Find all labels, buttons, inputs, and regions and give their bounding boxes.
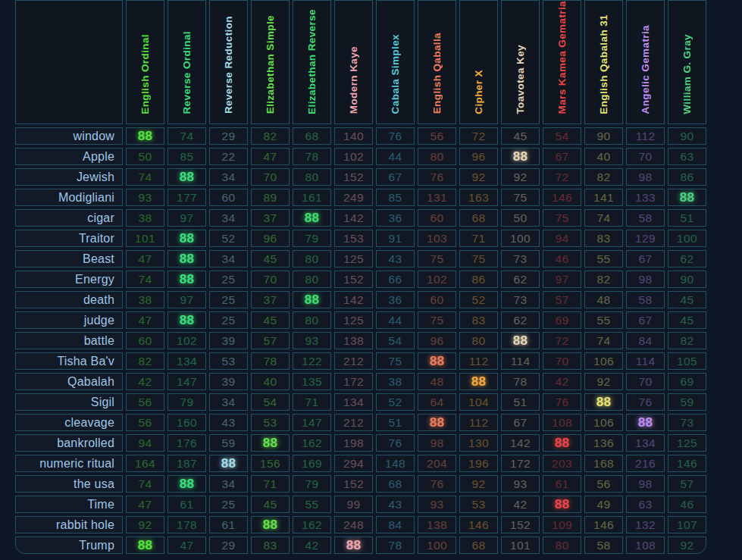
value-cell-english-qaballa[interactable]: 138 bbox=[418, 516, 456, 533]
value-cell-modern-kaye[interactable]: 212 bbox=[334, 352, 373, 370]
value-cell-reverse-ordinal[interactable]: 79 bbox=[167, 393, 206, 411]
value-cell-angelic-gematria[interactable]: 134 bbox=[626, 434, 665, 452]
value-cell-cipher-x[interactable]: 75 bbox=[459, 250, 498, 267]
value-cell-reverse-reduction[interactable]: 29 bbox=[209, 127, 248, 145]
column-header-cipher-x[interactable]: Cipher X bbox=[459, 0, 498, 124]
value-cell-elizabethan-simple[interactable]: 53 bbox=[251, 414, 290, 431]
word-cell[interactable]: numeric ritual bbox=[15, 455, 123, 472]
value-cell-reverse-ordinal[interactable]: 85 bbox=[167, 148, 206, 165]
column-header-mars-kamea-gematria[interactable]: Mars Kamea Gematria bbox=[543, 0, 581, 124]
word-cell[interactable]: window bbox=[15, 127, 123, 145]
value-cell-modern-kaye[interactable]: 152 bbox=[334, 475, 373, 493]
value-cell-reverse-reduction[interactable]: 29 bbox=[209, 537, 248, 554]
value-cell-toavotea-key[interactable]: 67 bbox=[501, 414, 540, 431]
word-cell[interactable]: Energy bbox=[15, 271, 123, 288]
value-cell-angelic-gematria[interactable]: 112 bbox=[626, 127, 665, 145]
value-cell-cipher-x[interactable]: 68 bbox=[459, 209, 498, 227]
value-cell-elizabethan-simple[interactable]: 45 bbox=[251, 311, 290, 329]
value-cell-cipher-x[interactable]: 112 bbox=[459, 414, 498, 431]
value-cell-william-g-gray[interactable]: 90 bbox=[668, 127, 706, 145]
value-cell-elizabethan-simple[interactable]: 71 bbox=[251, 475, 290, 493]
value-cell-english-qabalah-31[interactable]: 92 bbox=[584, 373, 623, 390]
value-cell-cabala-simplex[interactable]: 76 bbox=[376, 127, 415, 145]
value-cell-mars-kamea-gematria[interactable]: 76 bbox=[543, 393, 581, 411]
value-cell-elizabethan-reverse[interactable]: 135 bbox=[293, 373, 331, 390]
value-cell-cabala-simplex[interactable]: 43 bbox=[376, 496, 415, 513]
value-cell-mars-kamea-gematria[interactable]: 88 bbox=[543, 496, 581, 513]
value-cell-elizabethan-simple[interactable]: 70 bbox=[251, 271, 290, 288]
value-cell-modern-kaye[interactable]: 88 bbox=[334, 537, 373, 554]
word-cell[interactable]: rabbit hole bbox=[15, 516, 123, 533]
value-cell-toavotea-key[interactable]: 51 bbox=[501, 393, 540, 411]
word-cell[interactable]: Trump bbox=[15, 537, 123, 554]
value-cell-english-qaballa[interactable]: 60 bbox=[418, 291, 456, 308]
value-cell-william-g-gray[interactable]: 62 bbox=[668, 250, 706, 267]
value-cell-toavotea-key[interactable]: 62 bbox=[501, 271, 540, 288]
value-cell-elizabethan-reverse[interactable]: 80 bbox=[293, 250, 331, 267]
value-cell-toavotea-key[interactable]: 62 bbox=[501, 311, 540, 329]
value-cell-william-g-gray[interactable]: 105 bbox=[668, 352, 706, 370]
value-cell-modern-kaye[interactable]: 212 bbox=[334, 414, 373, 431]
value-cell-toavotea-key[interactable]: 45 bbox=[501, 127, 540, 145]
value-cell-elizabethan-reverse[interactable]: 88 bbox=[293, 209, 331, 227]
value-cell-english-ordinal[interactable]: 47 bbox=[126, 250, 164, 267]
word-cell[interactable]: cleavage bbox=[15, 414, 123, 431]
value-cell-reverse-ordinal[interactable]: 97 bbox=[167, 209, 206, 227]
value-cell-mars-kamea-gematria[interactable]: 70 bbox=[543, 352, 581, 370]
value-cell-english-qaballa[interactable]: 76 bbox=[418, 168, 456, 186]
column-header-modern-kaye[interactable]: Modern Kaye bbox=[334, 0, 373, 124]
value-cell-reverse-ordinal[interactable]: 97 bbox=[167, 291, 206, 308]
value-cell-english-qaballa[interactable]: 48 bbox=[418, 373, 456, 390]
value-cell-cipher-x[interactable]: 130 bbox=[459, 434, 498, 452]
value-cell-modern-kaye[interactable]: 172 bbox=[334, 373, 373, 390]
column-header-elizabethan-simple[interactable]: Elizabethan Simple bbox=[251, 0, 290, 124]
value-cell-angelic-gematria[interactable]: 70 bbox=[626, 373, 665, 390]
value-cell-reverse-ordinal[interactable]: 102 bbox=[167, 332, 206, 349]
word-cell[interactable]: Traitor bbox=[15, 230, 123, 247]
value-cell-william-g-gray[interactable]: 46 bbox=[668, 496, 706, 513]
word-cell[interactable]: Qabalah bbox=[15, 373, 123, 390]
column-header-william-g-gray[interactable]: William G. Gray bbox=[668, 0, 706, 124]
value-cell-mars-kamea-gematria[interactable]: 203 bbox=[543, 455, 581, 472]
value-cell-reverse-reduction[interactable]: 25 bbox=[209, 311, 248, 329]
value-cell-william-g-gray[interactable]: 88 bbox=[668, 189, 706, 206]
value-cell-english-qabalah-31[interactable]: 141 bbox=[584, 189, 623, 206]
value-cell-english-ordinal[interactable]: 56 bbox=[126, 414, 164, 431]
value-cell-english-ordinal[interactable]: 74 bbox=[126, 475, 164, 493]
word-cell[interactable]: Tisha Ba'v bbox=[15, 352, 123, 370]
word-cell[interactable]: cigar bbox=[15, 209, 123, 227]
value-cell-william-g-gray[interactable]: 59 bbox=[668, 393, 706, 411]
value-cell-english-ordinal[interactable]: 74 bbox=[126, 271, 164, 288]
value-cell-elizabethan-simple[interactable]: 156 bbox=[251, 455, 290, 472]
value-cell-angelic-gematria[interactable]: 98 bbox=[626, 475, 665, 493]
value-cell-english-qaballa[interactable]: 96 bbox=[418, 332, 456, 349]
value-cell-modern-kaye[interactable]: 249 bbox=[334, 189, 373, 206]
value-cell-reverse-reduction[interactable]: 25 bbox=[209, 291, 248, 308]
value-cell-reverse-reduction[interactable]: 61 bbox=[209, 516, 248, 533]
value-cell-modern-kaye[interactable]: 99 bbox=[334, 496, 373, 513]
value-cell-elizabethan-simple[interactable]: 45 bbox=[251, 496, 290, 513]
value-cell-english-qabalah-31[interactable]: 74 bbox=[584, 209, 623, 227]
word-cell[interactable]: battle bbox=[15, 332, 123, 349]
value-cell-toavotea-key[interactable]: 142 bbox=[501, 434, 540, 452]
value-cell-english-ordinal[interactable]: 60 bbox=[126, 332, 164, 349]
value-cell-cipher-x[interactable]: 52 bbox=[459, 291, 498, 308]
value-cell-english-qabalah-31[interactable]: 168 bbox=[584, 455, 623, 472]
value-cell-angelic-gematria[interactable]: 132 bbox=[626, 516, 665, 533]
value-cell-modern-kaye[interactable]: 140 bbox=[334, 127, 373, 145]
value-cell-william-g-gray[interactable]: 107 bbox=[668, 516, 706, 533]
value-cell-cipher-x[interactable]: 196 bbox=[459, 455, 498, 472]
value-cell-elizabethan-simple[interactable]: 88 bbox=[251, 516, 290, 533]
value-cell-toavotea-key[interactable]: 101 bbox=[501, 537, 540, 554]
value-cell-mars-kamea-gematria[interactable]: 75 bbox=[543, 209, 581, 227]
value-cell-toavotea-key[interactable]: 92 bbox=[501, 168, 540, 186]
value-cell-toavotea-key[interactable]: 75 bbox=[501, 189, 540, 206]
value-cell-mars-kamea-gematria[interactable]: 57 bbox=[543, 291, 581, 308]
value-cell-elizabethan-reverse[interactable]: 79 bbox=[293, 230, 331, 247]
value-cell-modern-kaye[interactable]: 102 bbox=[334, 148, 373, 165]
value-cell-cipher-x[interactable]: 88 bbox=[459, 373, 498, 390]
value-cell-modern-kaye[interactable]: 294 bbox=[334, 455, 373, 472]
value-cell-angelic-gematria[interactable]: 88 bbox=[626, 414, 665, 431]
value-cell-english-qaballa[interactable]: 60 bbox=[418, 209, 456, 227]
value-cell-william-g-gray[interactable]: 86 bbox=[668, 168, 706, 186]
